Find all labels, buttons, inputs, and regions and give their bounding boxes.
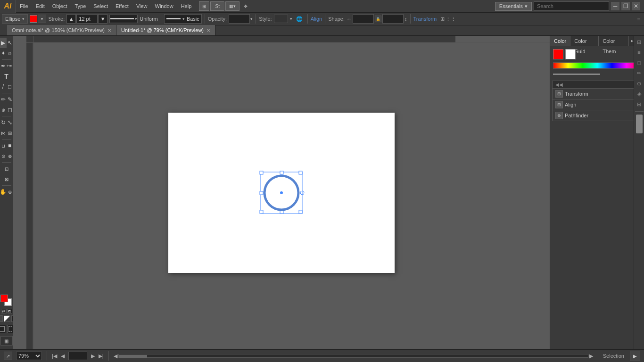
essentials-button[interactable]: Essentials ▾	[495, 2, 532, 11]
tab-close-active-btn[interactable]: ✕	[206, 28, 210, 33]
eyedropper-tool[interactable]: ⊙	[0, 151, 7, 161]
height-input[interactable]: 70 pt	[382, 14, 404, 24]
scrollbar-thumb[interactable]	[119, 355, 147, 358]
shape-tool[interactable]: □	[7, 82, 13, 92]
color-tab[interactable]: Color	[550, 36, 570, 46]
zoom-tool[interactable]: ⊕	[7, 187, 13, 197]
menu-view[interactable]: View	[132, 0, 151, 13]
prev-page-btn[interactable]: ◀	[61, 353, 65, 359]
color-spectrum-bar[interactable]	[553, 62, 642, 69]
zoom-selector[interactable]: 79% 100% 150% 50%	[16, 352, 42, 360]
close-button[interactable]: ✕	[632, 2, 640, 10]
brush-icon[interactable]: ⌖	[240, 1, 251, 11]
scroll-right-btn[interactable]: ▶	[589, 353, 593, 359]
gradient-mode-btn[interactable]	[4, 315, 10, 322]
fill-color-swatch[interactable]	[30, 15, 37, 23]
minimize-button[interactable]: ─	[611, 2, 619, 10]
selection-tool[interactable]: ▶	[0, 38, 7, 48]
mode-btn-3[interactable]: ▦▾	[225, 1, 239, 11]
page-input[interactable]: 1	[68, 352, 87, 360]
style-chevron-icon[interactable]: ▾	[290, 16, 292, 21]
mode-btn-1[interactable]: ⊞	[199, 1, 209, 11]
scroll-left-btn[interactable]: ◀	[114, 353, 117, 359]
free-transform-tool[interactable]: ⊞	[7, 128, 13, 138]
shape-builder-tool[interactable]: ⊔	[0, 140, 7, 151]
brush-panel-icon[interactable]: ✏	[635, 69, 644, 77]
more-options-icon[interactable]: ⋮⋮	[446, 16, 456, 22]
export-btn[interactable]: ↗	[4, 352, 12, 360]
stroke-up-btn[interactable]: ▲	[66, 14, 76, 24]
menu-edit[interactable]: Edit	[32, 0, 49, 13]
stroke-style-selector[interactable]: ▾ Basic	[164, 14, 202, 24]
grid-icon[interactable]: ⊞	[635, 38, 644, 46]
hand-tool[interactable]: ✋	[0, 187, 7, 197]
normal-draw-btn[interactable]	[0, 325, 6, 333]
color-theme-tab[interactable]: Color Them	[599, 36, 629, 46]
align-panel-icon[interactable]: ⊟	[635, 100, 644, 108]
tab-untitled[interactable]: Untitled-1* @ 79% (CMYK/Preview) ✕	[116, 25, 215, 35]
default-colors-btn[interactable]: ◩	[8, 309, 12, 313]
pathfinder-panel-row[interactable]: ⊕ Pathfinder	[553, 110, 642, 121]
first-page-btn[interactable]: |◀	[52, 353, 57, 359]
style-selector[interactable]	[274, 15, 288, 23]
tab-close-btn[interactable]: ✕	[107, 28, 111, 33]
web-icon[interactable]: 🌐	[294, 14, 305, 24]
warp-tool[interactable]: ⋈	[0, 128, 7, 138]
presentation-mode-btn[interactable]: ▣	[0, 336, 13, 346]
menu-file[interactable]: File	[16, 0, 32, 13]
rotate-tool[interactable]: ↻	[0, 117, 7, 128]
opacity-chevron-icon[interactable]: ▾	[250, 16, 253, 21]
mode-btn-2[interactable]: St	[210, 1, 224, 11]
fill-swatch[interactable]	[0, 295, 8, 302]
menu-select[interactable]: Select	[90, 0, 112, 13]
stroke-value-input[interactable]: 12 pt	[76, 14, 98, 24]
mini-panel-collapse-icon[interactable]: ◀◀	[555, 82, 563, 87]
last-page-btn[interactable]: ▶|	[99, 353, 104, 359]
menu-window[interactable]: Window	[151, 0, 177, 13]
lasso-tool[interactable]: ⌾	[7, 48, 13, 58]
fill-options-btn[interactable]: ▾	[38, 15, 46, 23]
blend-tool[interactable]: ⊗	[7, 151, 13, 161]
blob-tool[interactable]: ⊕	[0, 105, 7, 115]
line-tool[interactable]: /	[0, 82, 7, 92]
restore-button[interactable]: ❐	[621, 2, 630, 10]
stroke-type-selector[interactable]: ▾	[109, 15, 138, 23]
menu-object[interactable]: Object	[49, 0, 71, 13]
stroke-down-btn[interactable]: ▼	[98, 14, 107, 24]
foreground-color-square[interactable]	[553, 49, 563, 59]
swatch-panel-icon[interactable]: ⊙	[635, 79, 644, 88]
add-anchor-tool[interactable]: +✒	[7, 61, 13, 71]
status-menu-btn[interactable]: ▶	[630, 351, 640, 361]
next-page-btn[interactable]: ▶	[91, 353, 95, 359]
search-input[interactable]	[534, 1, 609, 11]
gradient-tool[interactable]: ■	[7, 140, 13, 151]
swap-colors-btn[interactable]: ⇄	[1, 309, 7, 313]
magic-wand-tool[interactable]: ✦	[0, 48, 7, 58]
options-expand-icon[interactable]: ≡	[637, 16, 640, 22]
menu-effect[interactable]: Effect	[112, 0, 132, 13]
width-input[interactable]: 70 pt	[353, 14, 374, 24]
eraser-tool[interactable]: ◻	[7, 105, 13, 115]
color-mode-btn[interactable]	[0, 315, 3, 322]
menu-type[interactable]: Type	[71, 0, 90, 13]
direct-selection-tool[interactable]: ↖	[7, 38, 13, 48]
tab-omni-note[interactable]: Omni-note.ai* @ 150% (CMYK/Preview) ✕	[7, 25, 116, 35]
align-btn[interactable]: Align	[311, 16, 322, 22]
scrollbar-track[interactable]	[118, 354, 588, 358]
color-guide-tab[interactable]: Color Guid	[570, 36, 599, 46]
layers-icon[interactable]: ≡	[635, 48, 644, 57]
shape-selector[interactable]: Ellipse ▾	[2, 14, 28, 24]
draw-behind-btn[interactable]	[7, 325, 14, 333]
align-panel-row[interactable]: ⊟ Align	[553, 99, 642, 110]
symbol-panel-icon[interactable]: ◈	[635, 90, 644, 98]
background-color-square[interactable]	[565, 49, 576, 59]
artboard-icon[interactable]: □	[635, 58, 644, 67]
lock-ratio-btn[interactable]: 🔒	[375, 16, 381, 22]
menu-help[interactable]: Help	[177, 0, 196, 13]
pen-tool[interactable]: ✒	[0, 61, 7, 71]
align-extra-icon[interactable]: ⊞	[440, 16, 445, 22]
scale-tool[interactable]: ⤡	[7, 117, 13, 128]
artboard-tool[interactable]: ⊡	[0, 164, 13, 174]
pencil-tool[interactable]: ✎	[7, 94, 13, 105]
type-tool[interactable]: T	[0, 71, 13, 82]
